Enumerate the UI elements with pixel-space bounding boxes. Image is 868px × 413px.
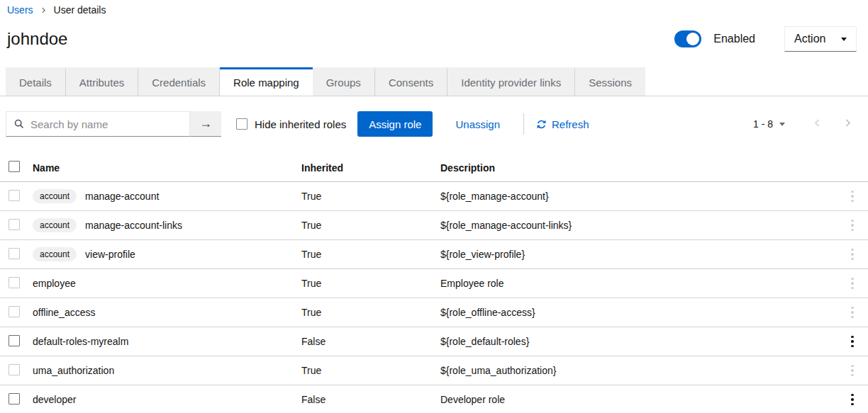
description-value: ${role_view-profile} bbox=[440, 249, 837, 260]
tab-credentials[interactable]: Credentials bbox=[138, 67, 220, 96]
tab-identity-provider-links[interactable]: Identity provider links bbox=[447, 67, 575, 96]
tab-consents[interactable]: Consents bbox=[375, 67, 447, 96]
pagination: 1 - 8 bbox=[753, 118, 862, 130]
refresh-button[interactable]: Refresh bbox=[536, 118, 589, 130]
kebab-menu-icon[interactable] bbox=[848, 188, 857, 205]
search-group: → bbox=[6, 111, 221, 137]
row-checkbox[interactable] bbox=[9, 277, 20, 288]
role-name: view-profile bbox=[85, 249, 135, 260]
kebab-menu-icon[interactable] bbox=[848, 275, 857, 293]
action-dropdown[interactable]: Action bbox=[784, 26, 857, 52]
page-header: johndoe Enabled Action bbox=[0, 17, 868, 61]
tab-sessions[interactable]: Sessions bbox=[575, 67, 645, 96]
role-name: manage-account bbox=[85, 191, 159, 202]
tab-label: Consents bbox=[389, 77, 433, 89]
client-badge: account bbox=[33, 247, 77, 261]
role-name: manage-account-links bbox=[85, 220, 182, 231]
caret-down-icon bbox=[779, 123, 785, 126]
tab-label: Groups bbox=[326, 77, 361, 89]
row-checkbox[interactable] bbox=[9, 393, 20, 404]
row-checkbox[interactable] bbox=[9, 335, 20, 346]
inherited-value: True bbox=[301, 365, 440, 376]
caret-down-icon bbox=[841, 38, 847, 41]
search-input[interactable] bbox=[6, 112, 189, 136]
hide-inherited-checkbox[interactable] bbox=[236, 118, 247, 130]
row-checkbox[interactable] bbox=[9, 190, 20, 201]
search-box bbox=[6, 111, 190, 137]
tabs: DetailsAttributesCredentialsRole mapping… bbox=[0, 67, 868, 96]
description-value: ${role_manage-account} bbox=[440, 191, 837, 202]
row-checkbox[interactable] bbox=[9, 306, 20, 317]
table-row: developer False Developer role bbox=[0, 385, 868, 413]
kebab-menu-icon[interactable] bbox=[848, 333, 857, 351]
tab-role-mapping[interactable]: Role mapping bbox=[220, 67, 313, 96]
search-icon bbox=[14, 119, 24, 129]
select-all-checkbox[interactable] bbox=[9, 161, 20, 172]
role-name: default-roles-myrealm bbox=[33, 336, 128, 347]
tab-attributes[interactable]: Attributes bbox=[66, 67, 138, 96]
tab-groups[interactable]: Groups bbox=[313, 67, 375, 96]
inherited-value: True bbox=[301, 191, 440, 202]
table-row: employee True Employee role bbox=[0, 269, 868, 298]
table-row: account manage-account-links True ${role… bbox=[0, 211, 868, 240]
kebab-menu-icon[interactable] bbox=[848, 391, 857, 409]
pagination-next-button[interactable] bbox=[833, 118, 862, 130]
kebab-menu-icon[interactable] bbox=[848, 304, 857, 322]
table-row: account view-profile True ${role_view-pr… bbox=[0, 240, 868, 269]
breadcrumb-link-users[interactable]: Users bbox=[7, 4, 33, 16]
description-value: Employee role bbox=[440, 278, 837, 289]
row-checkbox[interactable] bbox=[9, 219, 20, 230]
table-row: account manage-account True ${role_manag… bbox=[0, 182, 868, 211]
refresh-icon bbox=[536, 119, 547, 130]
inherited-value: True bbox=[301, 278, 440, 289]
pagination-range: 1 - 8 bbox=[753, 118, 773, 130]
tab-label: Details bbox=[19, 77, 52, 89]
tab-label: Role mapping bbox=[233, 77, 299, 89]
client-badge: account bbox=[33, 189, 77, 203]
inherited-value: True bbox=[301, 307, 440, 318]
breadcrumb: Users User details bbox=[0, 0, 868, 17]
role-mapping-table: Name Inherited Description account manag… bbox=[0, 154, 868, 413]
role-name: uma_authorization bbox=[33, 365, 114, 376]
unassign-button[interactable]: Unassign bbox=[444, 118, 511, 130]
chevron-left-icon bbox=[813, 118, 822, 128]
arrow-right-icon: → bbox=[199, 116, 212, 131]
tab-label: Sessions bbox=[589, 77, 632, 89]
table-row: uma_authorization True ${role_uma_author… bbox=[0, 356, 868, 385]
inherited-value: True bbox=[301, 220, 440, 231]
role-name: employee bbox=[33, 278, 76, 289]
inherited-value: False bbox=[301, 336, 440, 347]
chevron-right-icon bbox=[843, 118, 852, 128]
search-submit-button[interactable]: → bbox=[190, 111, 221, 137]
assign-role-button[interactable]: Assign role bbox=[357, 111, 433, 137]
role-name: offline_access bbox=[33, 307, 95, 318]
table-header: Name Inherited Description bbox=[0, 154, 868, 182]
hide-inherited-label: Hide inherited roles bbox=[255, 118, 346, 130]
kebab-menu-icon[interactable] bbox=[848, 246, 857, 264]
table-body: account manage-account True ${role_manag… bbox=[0, 182, 868, 413]
row-checkbox[interactable] bbox=[9, 364, 20, 375]
kebab-menu-icon[interactable] bbox=[848, 217, 857, 234]
kebab-menu-icon[interactable] bbox=[848, 362, 857, 380]
table-row: default-roles-myrealm False ${role_defau… bbox=[0, 327, 868, 356]
inherited-value: False bbox=[301, 394, 440, 405]
description-value: ${role_manage-account-links} bbox=[440, 220, 837, 231]
tab-details[interactable]: Details bbox=[6, 67, 66, 96]
toolbar: → Hide inherited roles Assign role Unass… bbox=[0, 96, 868, 154]
role-name: developer bbox=[33, 394, 77, 405]
description-value: ${role_default-roles} bbox=[440, 336, 837, 347]
column-header-description: Description bbox=[440, 162, 837, 174]
toggle-label: Enabled bbox=[713, 33, 755, 45]
row-checkbox[interactable] bbox=[9, 248, 20, 259]
breadcrumb-current: User details bbox=[54, 4, 106, 16]
enabled-toggle[interactable] bbox=[674, 30, 701, 47]
pagination-menu-toggle[interactable]: 1 - 8 bbox=[753, 118, 785, 130]
pagination-prev-button[interactable] bbox=[803, 118, 833, 130]
inherited-value: True bbox=[301, 249, 440, 260]
description-value: ${role_uma_authorization} bbox=[440, 365, 837, 376]
toggle-knob bbox=[686, 33, 699, 45]
column-header-name: Name bbox=[33, 162, 301, 174]
refresh-label: Refresh bbox=[552, 118, 589, 130]
column-header-inherited: Inherited bbox=[301, 162, 440, 174]
table-row: offline_access True ${role_offline-acces… bbox=[0, 298, 868, 327]
